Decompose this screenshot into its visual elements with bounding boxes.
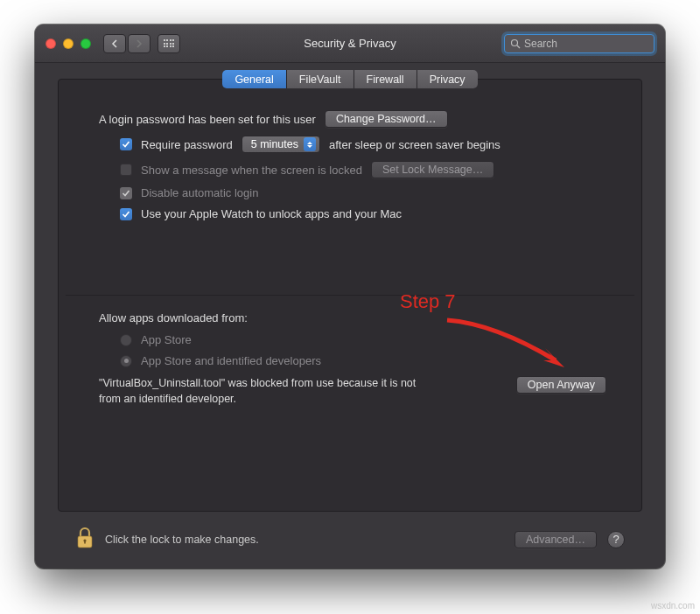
- lock-hint-text: Click the lock to make changes.: [105, 534, 259, 546]
- svg-line-1: [517, 45, 520, 48]
- search-field[interactable]: Search: [504, 34, 654, 53]
- tab-general[interactable]: General: [222, 70, 286, 88]
- tab-firewall[interactable]: Firewall: [354, 70, 417, 88]
- apple-watch-checkbox[interactable]: [120, 208, 132, 220]
- footer: Click the lock to make changes. Advanced…: [58, 526, 642, 569]
- watermark: wsxdn.com: [651, 601, 695, 611]
- search-icon: [510, 38, 521, 49]
- chevron-left-icon: [111, 39, 118, 48]
- help-button[interactable]: ?: [607, 531, 625, 548]
- forward-button[interactable]: [128, 34, 150, 53]
- change-password-button[interactable]: Change Password…: [325, 110, 448, 128]
- blocked-app-message: "VirtualBox_Uninstall.tool" was blocked …: [99, 376, 431, 407]
- set-lock-message-button: Set Lock Message…: [371, 161, 494, 178]
- show-message-label: Show a message when the screen is locked: [141, 164, 362, 177]
- gatekeeper-heading: Allow apps downloaded from:: [99, 311, 606, 324]
- check-icon: [122, 189, 130, 198]
- require-password-label: Require password: [141, 138, 233, 151]
- chevron-right-icon: [136, 39, 143, 48]
- annotation-arrow-icon: [442, 317, 582, 378]
- content-area: General FileVault Firewall Privacy A log…: [35, 63, 665, 569]
- svg-point-0: [512, 39, 518, 45]
- show-all-button[interactable]: [158, 34, 180, 53]
- window-controls: [46, 38, 91, 49]
- search-placeholder: Search: [524, 38, 557, 50]
- grid-icon: [164, 39, 175, 47]
- settings-panel: General FileVault Firewall Privacy A log…: [58, 79, 642, 512]
- after-sleep-label: after sleep or screen saver begins: [329, 138, 500, 151]
- open-anyway-button[interactable]: Open Anyway: [516, 376, 606, 394]
- advanced-button[interactable]: Advanced…: [514, 531, 597, 548]
- login-password-set-label: A login password has been set for this u…: [99, 113, 316, 126]
- tab-filevault[interactable]: FileVault: [287, 70, 354, 88]
- nav-buttons: [103, 34, 150, 53]
- lock-button[interactable]: [75, 526, 94, 553]
- tab-privacy[interactable]: Privacy: [417, 70, 478, 88]
- check-icon: [122, 210, 130, 219]
- require-password-checkbox[interactable]: [120, 138, 132, 150]
- radio-identified-developers: [120, 355, 132, 367]
- zoom-window-button[interactable]: [80, 38, 91, 49]
- svg-rect-5: [84, 541, 86, 544]
- minimize-window-button[interactable]: [63, 38, 74, 49]
- login-section: A login password has been set for this u…: [59, 103, 641, 246]
- back-button[interactable]: [103, 34, 126, 53]
- lock-icon: [75, 526, 94, 550]
- updown-arrows-icon: [304, 137, 316, 151]
- require-password-delay-popup[interactable]: 5 minutes: [242, 136, 320, 153]
- disable-auto-login-checkbox: [120, 187, 132, 199]
- show-message-checkbox: [120, 164, 132, 176]
- check-icon: [122, 140, 130, 149]
- gatekeeper-section: Step 7 Allow apps downloaded from: App S…: [59, 296, 641, 415]
- tab-bar: General FileVault Firewall Privacy: [59, 70, 641, 88]
- radio-identified-developers-label: App Store and identified developers: [141, 354, 321, 367]
- disable-auto-login-label: Disable automatic login: [141, 186, 258, 199]
- preferences-window: Security & Privacy Search General FileVa…: [35, 24, 665, 569]
- apple-watch-label: Use your Apple Watch to unlock apps and …: [141, 207, 402, 220]
- radio-app-store-label: App Store: [141, 333, 192, 346]
- radio-app-store: [120, 334, 132, 346]
- titlebar: Security & Privacy Search: [35, 24, 665, 63]
- close-window-button[interactable]: [46, 38, 56, 49]
